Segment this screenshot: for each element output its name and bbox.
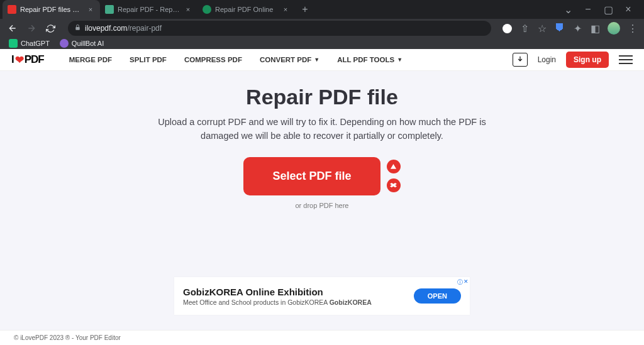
google-drive-button[interactable] [387,160,401,173]
bookmark-icon [9,39,18,48]
nav-label: SPLIT PDF [130,56,167,63]
url-text: ilovepdf.com/repair-pdf [85,24,162,33]
bookmark-quillbot[interactable]: QuillBot AI [60,39,104,48]
profile-avatar[interactable] [608,22,620,35]
translate-icon[interactable] [502,24,512,33]
minimize-icon[interactable]: − [584,5,592,14]
panel-icon[interactable]: ◧ [590,23,600,33]
forward-button[interactable] [25,22,38,35]
tab-title: Repair PDF files online. Free too [20,6,82,13]
lock-icon [74,24,81,33]
extensions-icon[interactable]: ✦ [572,23,582,33]
reload-button[interactable] [44,22,57,35]
nav-label: COMPRESS PDF [184,56,242,63]
nav-split-pdf[interactable]: SPLIT PDF [130,56,167,63]
select-pdf-button[interactable]: Select PDF file [243,157,380,195]
info-icon[interactable]: ⓘ [457,278,463,287]
main-content: Repair PDF file Upload a corrupt PDF and… [0,71,644,330]
close-icon[interactable]: × [86,5,95,14]
svg-rect-0 [75,27,79,30]
ad-open-button[interactable]: OPEN [414,288,461,304]
chevron-down-icon: ▼ [397,57,402,63]
bookmark-label: ChatGPT [21,40,50,47]
heart-icon: ❤ [15,53,23,67]
browser-tab-bar: Repair PDF files online. Free too × Repa… [0,0,644,19]
tab-favicon-icon [203,5,211,14]
footer: © iLovePDF 2023 ® - Your PDF Editor [0,330,644,345]
nav-convert-pdf[interactable]: CONVERT PDF▼ [260,56,319,63]
logo[interactable]: I ❤ PDF [11,53,44,67]
menu-button[interactable] [619,53,633,67]
close-icon[interactable]: × [624,5,633,14]
bookmark-icon [60,39,69,48]
page-subtitle: Upload a corrupt PDF and we will try to … [152,116,492,143]
nav-label: CONVERT PDF [260,56,311,63]
close-icon[interactable]: × [281,5,290,14]
close-icon[interactable]: ✕ [464,278,469,287]
download-app-button[interactable] [513,53,528,67]
new-tab-button[interactable]: + [297,2,313,17]
bookmark-chatgpt[interactable]: ChatGPT [9,39,50,48]
logo-pdf: PDF [25,53,44,66]
maximize-icon[interactable]: ▢ [604,5,613,14]
chevron-down-icon: ▼ [314,57,319,63]
bookmark-label: QuillBot AI [72,40,104,47]
advertisement[interactable]: GobizKOREA Online Exhibition Meet Office… [174,277,470,315]
tab-favicon-icon [8,5,16,14]
signup-button[interactable]: Sign up [566,52,609,68]
window-controls: ⌄ − ▢ × [564,5,641,14]
ad-description: Meet Office and School products in Gobiz… [183,298,414,306]
logo-i: I [11,53,14,66]
close-icon[interactable]: × [184,5,192,14]
nav-compress-pdf[interactable]: COMPRESS PDF [184,56,242,63]
browser-tab[interactable]: Repair PDF files online. Free too × [3,0,100,19]
share-icon[interactable]: ⇧ [519,23,530,33]
url-input[interactable]: ilovepdf.com/repair-pdf [68,21,491,36]
bookmarks-bar: ChatGPT QuillBot AI [0,38,644,49]
browser-tab[interactable]: Repair PDF - Repair PDF online f × [100,0,197,19]
tab-favicon-icon [105,5,114,14]
address-bar: ilovepdf.com/repair-pdf ⇧ ☆ ⛊ ✦ ◧ ⋮ [0,19,644,38]
shield-icon[interactable]: ⛊ [555,23,565,33]
ad-title: GobizKOREA Online Exhibition [183,287,414,297]
login-link[interactable]: Login [538,55,556,64]
page-title: Repair PDF file [246,85,398,109]
nav-all-tools[interactable]: ALL PDF TOOLS▼ [337,56,402,63]
tab-title: Repair PDF - Repair PDF online f [118,6,180,13]
nav-label: MERGE PDF [69,56,112,63]
nav-merge-pdf[interactable]: MERGE PDF [69,56,112,63]
back-button[interactable] [6,22,19,35]
chevron-down-icon[interactable]: ⌄ [564,5,572,14]
menu-icon[interactable]: ⋮ [628,23,638,33]
browser-tab[interactable]: Repair PDF Online × [197,0,295,19]
tab-title: Repair PDF Online [215,6,277,13]
nav-label: ALL PDF TOOLS [337,56,394,63]
drop-hint: or drop PDF here [296,202,349,209]
bookmark-icon[interactable]: ☆ [537,23,547,33]
dropbox-button[interactable] [387,178,401,192]
site-header: I ❤ PDF MERGE PDF SPLIT PDF COMPRESS PDF… [0,49,644,71]
footer-text: © iLovePDF 2023 ® - Your PDF Editor [14,334,121,341]
ad-info-close[interactable]: ⓘ✕ [457,278,469,287]
